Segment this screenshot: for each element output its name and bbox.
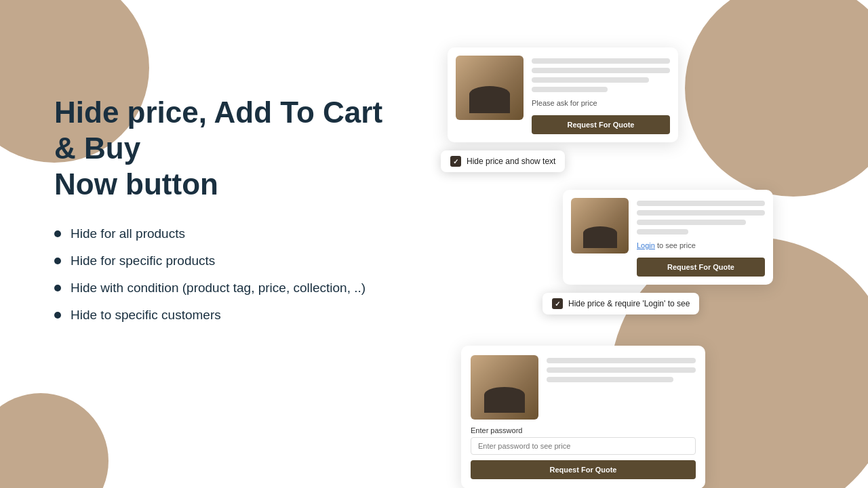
checkbox-tooltip-2: Hide price & require 'Login' to see [542, 293, 699, 314]
skeleton-line [532, 77, 649, 83]
password-input[interactable] [471, 437, 696, 455]
product-card-3: Enter password Request For Quote Hide pr… [461, 346, 705, 488]
list-item: Hide for specific products [54, 253, 407, 268]
skeleton-line [532, 87, 608, 92]
skeleton-line [532, 58, 670, 64]
request-quote-button-3[interactable]: Request For Quote [471, 460, 696, 479]
product-card-1: Please ask for price Request For Quote H… [448, 47, 678, 142]
card-details-2: Login to see price Request For Quote [637, 198, 765, 277]
price-ask-text: Please ask for price [532, 99, 670, 107]
product-image-1 [456, 56, 524, 120]
request-quote-button-1[interactable]: Request For Quote [532, 115, 670, 134]
page-title: Hide price, Add To Cart & Buy Now button [54, 95, 407, 202]
left-content: Hide price, Add To Cart & Buy Now button… [54, 41, 407, 323]
right-content: Please ask for price Request For Quote H… [407, 41, 827, 488]
request-quote-button-2[interactable]: Request For Quote [637, 258, 765, 277]
password-section: Enter password Request For Quote [471, 426, 696, 479]
bullet-icon [54, 285, 61, 291]
bullet-icon [54, 312, 61, 319]
skeleton-line [637, 229, 688, 235]
card-details-1: Please ask for price Request For Quote [532, 56, 670, 134]
skeleton-line [637, 201, 765, 206]
checkbox-tooltip-1: Hide price and show text [441, 150, 565, 172]
bullet-icon [54, 258, 61, 264]
list-item: Hide to specific customers [54, 308, 407, 323]
checkbox-checked-icon [450, 156, 461, 167]
list-item: Hide with condition (product tag, price,… [54, 281, 407, 296]
card-details-3 [547, 355, 696, 382]
skeleton-line [637, 210, 765, 216]
login-link[interactable]: Login [637, 241, 655, 249]
list-item: Hide for all products [54, 226, 407, 241]
product-card-2: Login to see price Request For Quote Hid… [563, 190, 773, 285]
password-label: Enter password [471, 426, 696, 434]
main-container: Hide price, Add To Cart & Buy Now button… [0, 0, 868, 488]
skeleton-line [532, 68, 670, 73]
product-image-3 [471, 355, 538, 420]
skeleton-line [637, 220, 746, 225]
skeleton-line [547, 367, 696, 373]
feature-list: Hide for all products Hide for specific … [54, 226, 407, 323]
skeleton-line [547, 358, 696, 363]
login-text-line: Login to see price [637, 241, 765, 249]
checkbox-checked-icon [552, 298, 563, 309]
product-image-2 [571, 198, 629, 253]
bullet-icon [54, 230, 61, 237]
skeleton-line [547, 377, 673, 382]
